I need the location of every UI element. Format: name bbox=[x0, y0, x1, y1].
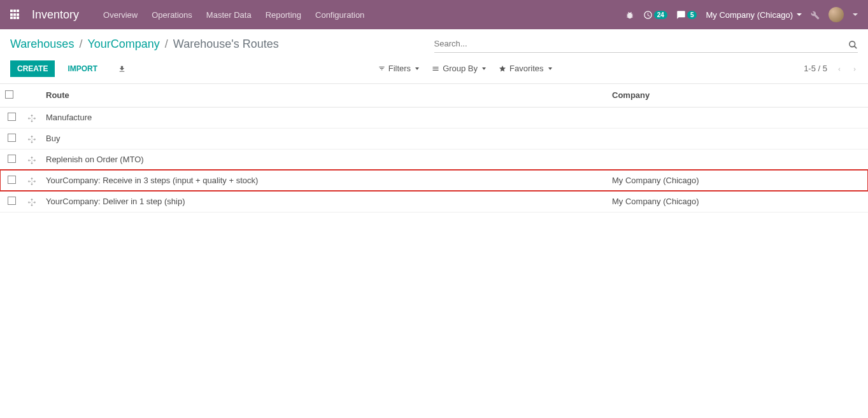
company-cell: My Company (Chicago) bbox=[607, 170, 868, 191]
column-header-route[interactable]: Route bbox=[41, 84, 607, 108]
caret-down-icon bbox=[548, 67, 552, 70]
routes-table: Route Company ManufactureBuyReplenish on… bbox=[0, 84, 868, 212]
caret-down-icon bbox=[482, 67, 486, 70]
control-panel: Warehouses / YourCompany / Warehouse's R… bbox=[0, 29, 868, 84]
search-icon[interactable] bbox=[848, 38, 858, 50]
main-menu: Overview Operations Master Data Reportin… bbox=[103, 10, 364, 20]
breadcrumb-yourcompany[interactable]: YourCompany bbox=[87, 38, 159, 51]
import-button[interactable]: IMPORT bbox=[62, 60, 103, 77]
app-title: Inventory bbox=[32, 8, 79, 22]
create-button[interactable]: CREATE bbox=[10, 60, 55, 77]
drag-handle-icon[interactable] bbox=[28, 113, 36, 122]
search-input[interactable] bbox=[434, 39, 849, 48]
menu-overview[interactable]: Overview bbox=[103, 10, 138, 20]
company-cell: My Company (Chicago) bbox=[607, 191, 868, 212]
row-checkbox[interactable] bbox=[8, 113, 16, 121]
drag-handle-icon[interactable] bbox=[28, 134, 36, 143]
menu-operations[interactable]: Operations bbox=[152, 10, 192, 20]
messaging-badge: 5 bbox=[687, 11, 697, 19]
pager-next-icon[interactable] bbox=[851, 63, 858, 73]
menu-master-data[interactable]: Master Data bbox=[206, 10, 252, 20]
activity-badge: 24 bbox=[654, 11, 667, 19]
drag-handle-icon[interactable] bbox=[28, 197, 36, 206]
breadcrumb-warehouses[interactable]: Warehouses bbox=[10, 38, 74, 51]
favorites-button[interactable]: Favorites bbox=[499, 64, 551, 73]
row-checkbox[interactable] bbox=[8, 134, 16, 142]
user-avatar[interactable] bbox=[829, 7, 844, 22]
select-all-checkbox[interactable] bbox=[5, 90, 13, 99]
company-cell bbox=[607, 128, 868, 149]
drag-handle-icon[interactable] bbox=[28, 155, 36, 164]
table-row[interactable]: Buy bbox=[0, 128, 868, 149]
breadcrumb-separator: / bbox=[165, 38, 168, 51]
company-selector[interactable]: My Company (Chicago) bbox=[706, 10, 802, 20]
pager-text: 1-5 / 5 bbox=[804, 64, 827, 73]
pager-prev-icon[interactable] bbox=[836, 63, 843, 73]
top-navbar: Inventory Overview Operations Master Dat… bbox=[0, 0, 868, 29]
menu-reporting[interactable]: Reporting bbox=[266, 10, 301, 20]
route-name-cell[interactable]: YourCompany: Receive in 3 steps (input +… bbox=[41, 170, 607, 191]
activity-indicator[interactable]: 24 bbox=[643, 10, 667, 20]
table-row[interactable]: YourCompany: Deliver in 1 step (ship)My … bbox=[0, 191, 868, 212]
breadcrumb-current: Warehouse's Routes bbox=[173, 38, 279, 51]
settings-icon[interactable] bbox=[811, 10, 820, 20]
company-name: My Company (Chicago) bbox=[706, 10, 793, 20]
menu-configuration[interactable]: Configuration bbox=[315, 10, 364, 20]
route-name-cell[interactable]: YourCompany: Deliver in 1 step (ship) bbox=[41, 191, 607, 212]
table-row[interactable]: Manufacture bbox=[0, 107, 868, 128]
apps-launcher-icon[interactable] bbox=[10, 10, 20, 20]
caret-down-icon bbox=[797, 13, 802, 16]
svg-line-1 bbox=[854, 46, 857, 48]
company-cell bbox=[607, 107, 868, 128]
company-cell bbox=[607, 149, 868, 170]
search-bar[interactable] bbox=[434, 36, 858, 53]
svg-point-0 bbox=[850, 41, 855, 46]
row-checkbox[interactable] bbox=[8, 197, 16, 205]
route-name-cell[interactable]: Manufacture bbox=[41, 107, 607, 128]
breadcrumb: Warehouses / YourCompany / Warehouse's R… bbox=[10, 38, 434, 51]
caret-down-icon bbox=[415, 67, 419, 70]
breadcrumb-separator: / bbox=[79, 38, 82, 51]
drag-handle-icon[interactable] bbox=[28, 176, 36, 185]
filters-label: Filters bbox=[388, 64, 411, 73]
groupby-label: Group By bbox=[443, 64, 478, 73]
download-icon[interactable] bbox=[118, 64, 126, 73]
messaging-indicator[interactable]: 5 bbox=[676, 10, 697, 20]
route-name-cell[interactable]: Buy bbox=[41, 128, 607, 149]
user-menu-caret-icon[interactable] bbox=[853, 13, 858, 16]
row-checkbox[interactable] bbox=[8, 155, 16, 163]
table-row[interactable]: Replenish on Order (MTO) bbox=[0, 149, 868, 170]
row-checkbox[interactable] bbox=[8, 176, 16, 184]
route-name-cell[interactable]: Replenish on Order (MTO) bbox=[41, 149, 607, 170]
table-row[interactable]: YourCompany: Receive in 3 steps (input +… bbox=[0, 170, 868, 191]
groupby-button[interactable]: Group By bbox=[432, 64, 486, 73]
bug-icon[interactable] bbox=[625, 10, 634, 20]
favorites-label: Favorites bbox=[509, 64, 543, 73]
filters-button[interactable]: Filters bbox=[378, 64, 419, 73]
column-header-company[interactable]: Company bbox=[607, 84, 868, 108]
